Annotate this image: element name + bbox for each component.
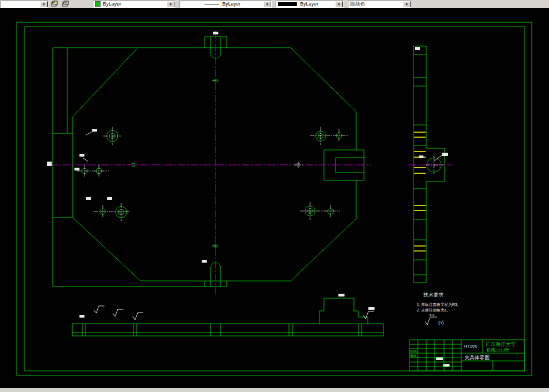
bottom-view <box>72 298 383 336</box>
roughness-icon <box>425 317 437 325</box>
dimension-marks <box>47 32 450 367</box>
chevron-down-icon[interactable]: ▼ <box>167 1 174 8</box>
titleblock-cell-label-2: 审核 <box>410 354 417 358</box>
linetype-control-dropdown[interactable]: ByLayer ▼ <box>179 1 272 8</box>
lineweight-control-dropdown[interactable]: ByLayer ▼ <box>276 1 343 8</box>
side-view <box>413 46 445 283</box>
color-control-dropdown[interactable]: ByLayer ▼ <box>93 1 175 8</box>
layer-states-button[interactable] <box>61 1 71 8</box>
surface-finish-icon <box>133 313 143 320</box>
part-name: 夹具体零图 <box>465 355 490 360</box>
title-block: 广东海洋大学 机电1113班 HT200 夹具体零图 制图 审核 <box>410 340 525 371</box>
plotstyle-value: 随颜色 <box>350 1 365 7</box>
lineweight-value: ByLayer <box>300 1 318 7</box>
surface-finish-icon <box>94 306 104 313</box>
toolbar: ▼ ByLayer ▼ ByLayer ▼ <box>0 0 549 8</box>
chevron-down-icon[interactable]: ▼ <box>403 1 411 8</box>
material-spec: HT200 <box>464 344 478 349</box>
roughness-value: 6.3 <box>430 313 435 316</box>
drawing-svg: 技术要求 1. 未标注圆角半径为R3。 2. 未标注倒角为1。 6.3 (√) … <box>0 8 549 388</box>
layers-icon <box>51 1 58 7</box>
layer-properties-button[interactable] <box>49 1 59 8</box>
tech-req-line-1: 1. 未标注圆角半径为R3。 <box>417 302 461 307</box>
layer-control-dropdown[interactable]: ▼ <box>1 1 48 8</box>
centerlines <box>50 31 451 295</box>
chevron-down-icon[interactable]: ▼ <box>263 1 271 8</box>
tech-req-title: 技术要求 <box>423 292 443 298</box>
chevron-down-icon[interactable]: ▼ <box>335 1 343 8</box>
school-name: 广东海洋大学 <box>486 341 516 347</box>
drawing-canvas[interactable]: 技术要求 1. 未标注圆角半径为R3。 2. 未标注倒角为1。 6.3 (√) … <box>0 8 549 388</box>
tech-requirements: 技术要求 1. 未标注圆角半径为R3。 2. 未标注倒角为1。 6.3 (√) <box>417 292 461 325</box>
linetype-value: ByLayer <box>222 1 241 7</box>
lineweight-swatch <box>278 2 297 6</box>
bottom-edge <box>0 388 549 392</box>
color-swatch <box>95 1 101 7</box>
plotstyle-control-dropdown[interactable]: 随颜色 ▼ <box>348 1 411 8</box>
class-name: 机电1113班 <box>486 348 510 353</box>
linetype-swatch <box>204 4 219 4</box>
cad-application-window: ▼ ByLayer ▼ ByLayer ▼ <box>0 0 549 392</box>
tech-req-line-2: 2. 未标注倒角为1。 <box>417 308 451 313</box>
chevron-down-icon[interactable]: ▼ <box>40 1 48 8</box>
layer-states-icon <box>62 1 69 7</box>
surface-finish-icon <box>113 309 123 316</box>
main-view <box>53 37 364 287</box>
drawing-frame <box>17 22 532 375</box>
roughness-rest-symbol: (√) <box>438 320 444 325</box>
color-value: ByLayer <box>103 1 121 7</box>
side-view-hatching <box>414 132 426 251</box>
surface-finish-icon <box>363 311 374 319</box>
titleblock-cell-label-1: 制图 <box>410 350 417 354</box>
